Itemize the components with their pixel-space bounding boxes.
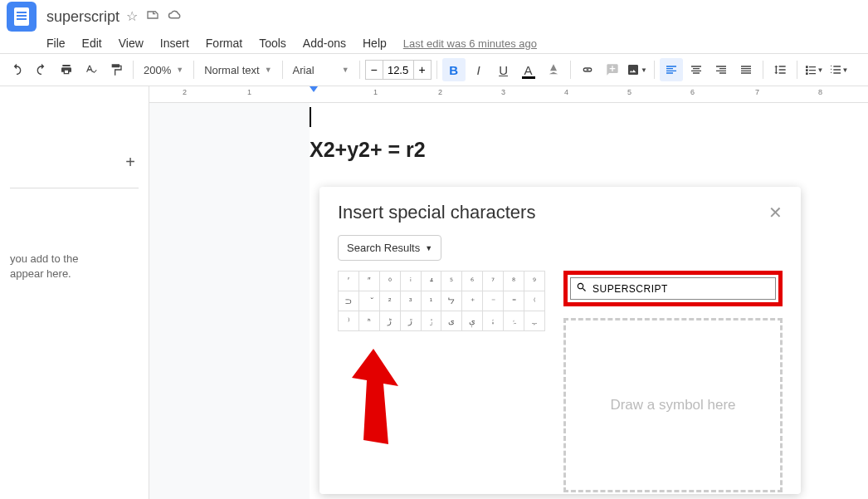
bulleted-list-button[interactable]: ▼ (827, 58, 851, 81)
highlight-button[interactable] (542, 58, 565, 81)
docs-logo-icon[interactable] (7, 2, 37, 32)
document-text[interactable]: X2+y2+ = r2 (310, 138, 426, 162)
align-right-button[interactable] (710, 58, 733, 81)
character-cell[interactable]: ⁴ (421, 272, 441, 291)
cloud-status-icon[interactable] (168, 8, 183, 25)
star-icon[interactable]: ☆ (126, 8, 138, 25)
menubar: File Edit View Insert Format Tools Add-o… (0, 33, 868, 53)
toolbar: 200%▼ Normal text▼ Arial▼ − + B I U A ▼ … (0, 53, 868, 86)
character-cell[interactable]: ³ (400, 291, 421, 311)
line-spacing-button[interactable] (768, 58, 792, 81)
print-button[interactable] (55, 58, 78, 81)
italic-button[interactable]: I (467, 58, 490, 81)
text-color-button[interactable]: A (517, 58, 540, 81)
insert-link-button[interactable] (576, 58, 599, 81)
font-size-input[interactable] (383, 60, 413, 80)
character-cell[interactable]: ⁱ (400, 272, 421, 291)
character-cell[interactable]: ⁷ (483, 272, 504, 291)
ruler-mark: 6 (690, 88, 695, 96)
character-cell[interactable]: ⁿ (358, 311, 379, 331)
ruler[interactable]: 2112345678 (149, 86, 868, 103)
category-dropdown[interactable]: Search Results ▼ (338, 235, 441, 261)
search-box (570, 277, 776, 300)
ruler-mark: 3 (501, 88, 505, 96)
menu-format[interactable]: Format (199, 35, 249, 51)
font-size-decrease[interactable]: − (365, 60, 383, 80)
character-cell[interactable]: ⁾ (339, 311, 359, 331)
font-size-increase[interactable]: + (413, 60, 432, 80)
ruler-mark: 4 (564, 88, 568, 96)
search-icon (576, 281, 588, 296)
character-cell[interactable]: ¹ (421, 291, 441, 311)
spellcheck-button[interactable] (80, 58, 103, 81)
character-cell[interactable]: ڙ (400, 311, 421, 331)
first-line-indent-marker[interactable] (310, 86, 318, 92)
special-characters-dialog: Insert special characters ✕ Search Resul… (319, 187, 801, 494)
document-title[interactable]: superscript (46, 8, 119, 26)
character-cell[interactable]: ﬥ (441, 291, 462, 311)
character-cell[interactable]: ⁸ (504, 272, 524, 291)
menu-view[interactable]: View (112, 35, 150, 51)
character-cell[interactable]: ڑ (379, 311, 400, 331)
character-cell[interactable]: ی (441, 311, 462, 331)
add-outline-button[interactable]: + (125, 153, 135, 172)
checklist-button[interactable]: ▼ (802, 58, 826, 81)
underline-button[interactable]: U (492, 58, 515, 81)
character-cell[interactable]: ⁶ (462, 272, 483, 291)
character-cell[interactable]: ⁹ (524, 272, 545, 291)
menu-edit[interactable]: Edit (76, 35, 109, 51)
bold-button[interactable]: B (442, 58, 466, 81)
character-grid: ′″⁰ⁱ⁴⁵⁶⁷⁸⁹ﬤﬞ²³¹ﬥ⁺⁻⁼⁽⁾ⁿڑڙۯیېۀۂﮩ (338, 271, 545, 492)
character-cell[interactable]: ⁼ (504, 291, 524, 311)
add-comment-button[interactable] (601, 58, 624, 81)
character-cell[interactable]: ⁰ (379, 272, 400, 291)
zoom-select[interactable]: 200%▼ (139, 58, 188, 81)
menu-file[interactable]: File (40, 35, 72, 51)
paint-format-button[interactable] (105, 58, 128, 81)
titlebar: superscript ☆ (0, 0, 868, 33)
character-cell[interactable]: ﮩ (524, 311, 545, 331)
align-left-button[interactable] (660, 58, 683, 81)
ruler-mark: 2 (183, 88, 187, 96)
character-cell[interactable]: ² (379, 291, 400, 311)
ruler-mark: 2 (438, 88, 442, 96)
close-button[interactable]: ✕ (768, 203, 783, 223)
character-cell[interactable]: ې (462, 311, 483, 331)
character-cell[interactable]: ⁻ (483, 291, 504, 311)
move-icon[interactable] (146, 8, 159, 25)
character-cell[interactable]: ′ (339, 272, 359, 291)
undo-button[interactable] (5, 58, 28, 81)
font-size-group: − + (365, 60, 432, 80)
character-cell[interactable]: ″ (358, 272, 379, 291)
ruler-mark: 1 (247, 88, 251, 96)
menu-insert[interactable]: Insert (154, 35, 196, 51)
ruler-mark: 8 (818, 88, 822, 96)
style-select[interactable]: Normal text▼ (199, 58, 276, 81)
sidebar-hint: you add to the appear here. (10, 252, 139, 281)
character-cell[interactable]: ۀ (483, 311, 504, 331)
dialog-title: Insert special characters (338, 202, 535, 223)
character-cell[interactable]: ﬞ (358, 291, 379, 311)
menu-addons[interactable]: Add-ons (296, 35, 353, 51)
character-cell[interactable]: ⁺ (462, 291, 483, 311)
last-edit-info[interactable]: Last edit was 6 minutes ago (403, 37, 537, 50)
character-cell[interactable]: ⁵ (441, 272, 462, 291)
redo-button[interactable] (30, 58, 53, 81)
ruler-mark: 7 (755, 88, 759, 96)
menu-help[interactable]: Help (356, 35, 393, 51)
search-input[interactable] (592, 283, 770, 295)
draw-symbol-box[interactable]: Draw a symbol here (563, 318, 783, 492)
insert-image-button[interactable]: ▼ (626, 58, 649, 81)
text-cursor (310, 107, 311, 127)
ruler-mark: 5 (627, 88, 631, 96)
character-cell[interactable]: ۯ (421, 311, 441, 331)
character-cell[interactable]: ۂ (504, 311, 524, 331)
character-cell[interactable]: ﬤ (339, 291, 359, 311)
align-center-button[interactable] (685, 58, 708, 81)
character-cell[interactable]: ⁽ (524, 291, 545, 311)
font-select[interactable]: Arial▼ (288, 58, 354, 81)
search-highlight (563, 271, 783, 306)
align-justify-button[interactable] (734, 58, 758, 81)
sidebar-outline: + you add to the appear here. (0, 86, 149, 499)
menu-tools[interactable]: Tools (252, 35, 293, 51)
